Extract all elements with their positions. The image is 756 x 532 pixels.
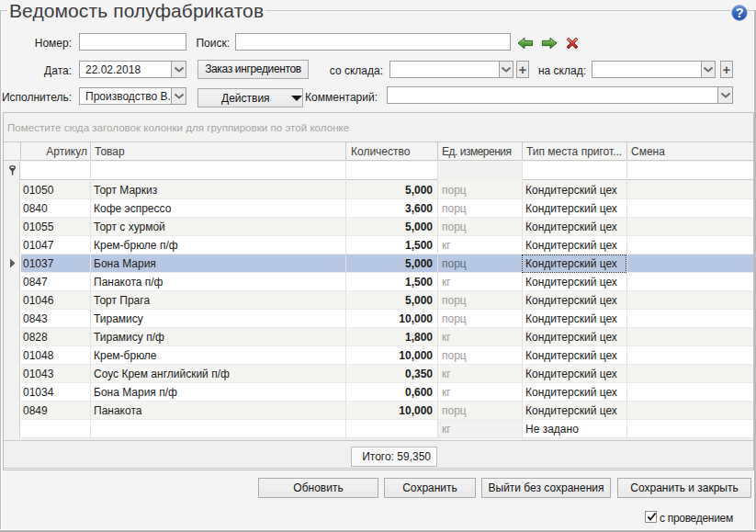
svg-text:?: ?: [736, 6, 744, 20]
